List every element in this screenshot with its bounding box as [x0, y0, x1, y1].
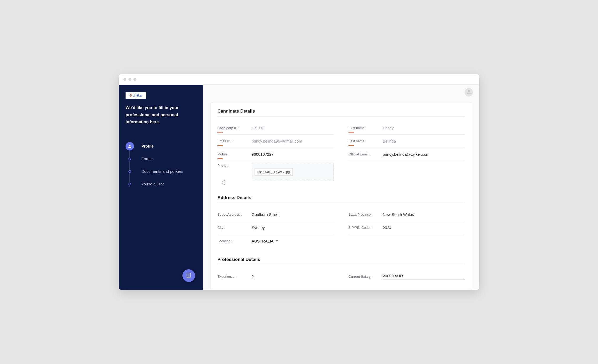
experience-input[interactable] — [252, 274, 334, 279]
field-zip: ZIP/PIN Code : — [348, 221, 465, 234]
section-title-candidate: Candidate Details — [217, 106, 465, 117]
checklist-icon — [186, 272, 192, 279]
field-label: First name : — [348, 126, 383, 130]
brand-name: Zylker — [133, 93, 143, 98]
step-label: Profile — [141, 144, 154, 148]
email-id-value: princy.belinda96@gmail.com — [252, 139, 334, 143]
field-label: Experience : — [217, 275, 252, 279]
first-name-value: Princy — [383, 126, 465, 130]
section-title-professional: Professional Details — [217, 254, 465, 265]
field-official-email: Official Email : — [348, 148, 465, 161]
field-first-name: First name : Princy — [348, 122, 465, 135]
field-location: Location : AUSTRALIA — [217, 234, 334, 247]
step-dot-icon — [128, 158, 131, 160]
field-experience: Experience : — [217, 270, 334, 283]
street-input[interactable] — [252, 212, 334, 217]
city-input[interactable] — [252, 225, 334, 230]
avatar-icon — [466, 89, 472, 96]
field-label: Photo : — [217, 164, 252, 168]
field-candidate-id: Candidate ID : CND18 — [217, 122, 334, 135]
checklist-fab-button[interactable] — [182, 269, 195, 282]
chevron-down-icon — [276, 240, 278, 242]
window-close-icon[interactable] — [123, 78, 126, 81]
window-titlebar — [119, 74, 479, 85]
section-title-address: Address Details — [217, 193, 465, 203]
step-documents[interactable]: Documents and policies — [126, 165, 196, 178]
field-photo: Photo : user_0013_Layer 7.jpg i — [217, 161, 334, 186]
info-icon[interactable]: i — [222, 180, 226, 185]
field-label: Current Salary : — [348, 275, 383, 279]
field-mobile: Mobile : — [217, 148, 334, 161]
field-email-id: Email ID : princy.belinda96@gmail.com — [217, 135, 334, 148]
step-label: You're all set — [141, 182, 164, 186]
step-dot-icon — [128, 183, 131, 185]
candidate-grid: Candidate ID : CND18 First name : Princy… — [217, 122, 465, 186]
window-maximize-icon[interactable] — [133, 78, 136, 81]
field-label: Email ID : — [217, 139, 252, 143]
field-city: City : — [217, 221, 334, 234]
brand-logo-icon — [129, 94, 133, 97]
steps-nav: Profile Forms Documents and policies You… — [126, 140, 196, 190]
field-label: Official Email : — [348, 152, 383, 156]
brand-logo[interactable]: Zylker — [126, 92, 146, 99]
sidebar-intro: We'd like you to fill in your profession… — [126, 104, 196, 126]
field-label: Last name : — [348, 139, 383, 143]
svg-point-5 — [468, 90, 470, 92]
salary-input[interactable] — [383, 273, 465, 280]
address-grid: Street Address : State/Province : City :… — [217, 208, 465, 247]
zip-input[interactable] — [383, 225, 465, 230]
field-current-salary: Current Salary : — [348, 270, 465, 283]
field-label: Candidate ID : — [217, 126, 252, 130]
last-name-value: Belinda — [383, 139, 465, 143]
field-label: Location : — [217, 239, 252, 243]
empty-cell — [348, 234, 465, 247]
step-label: Forms — [141, 156, 153, 161]
svg-point-0 — [129, 145, 130, 146]
form-panel: Candidate Details Candidate ID : CND18 F… — [210, 103, 472, 290]
location-select[interactable]: AUSTRALIA — [252, 239, 334, 243]
field-label: Mobile : — [217, 152, 252, 156]
step-all-set[interactable]: You're all set — [126, 178, 196, 190]
location-value: AUSTRALIA — [252, 239, 273, 243]
app-window: Zylker We'd like you to fill in your pro… — [119, 74, 479, 290]
candidate-id-value: CND18 — [252, 126, 334, 130]
field-last-name: Last name : Belinda — [348, 135, 465, 148]
official-email-input[interactable] — [383, 151, 465, 157]
main-area: Candidate Details Candidate ID : CND18 F… — [203, 85, 479, 290]
person-icon — [126, 142, 134, 150]
mobile-input[interactable] — [252, 151, 334, 157]
topbar — [203, 85, 479, 100]
state-input[interactable] — [383, 212, 465, 217]
field-state: State/Province : — [348, 208, 465, 221]
field-label: Street Address : — [217, 213, 252, 216]
step-forms[interactable]: Forms — [126, 153, 196, 165]
photo-file-chip[interactable]: user_0013_Layer 7.jpg — [255, 168, 293, 176]
field-street-address: Street Address : — [217, 208, 334, 221]
professional-grid: Experience : Current Salary : — [217, 270, 465, 283]
field-label: City : — [217, 226, 252, 230]
field-label: ZIP/PIN Code : — [348, 226, 383, 230]
user-avatar[interactable] — [465, 88, 473, 97]
content-area: Zylker We'd like you to fill in your pro… — [119, 85, 479, 290]
sidebar: Zylker We'd like you to fill in your pro… — [119, 85, 203, 290]
step-label: Documents and policies — [141, 169, 183, 174]
step-profile[interactable]: Profile — [126, 140, 196, 153]
window-minimize-icon[interactable] — [128, 78, 131, 81]
empty-cell — [348, 161, 465, 186]
field-label: State/Province : — [348, 213, 383, 216]
step-dot-icon — [128, 170, 131, 173]
photo-upload-area[interactable]: user_0013_Layer 7.jpg — [252, 164, 334, 180]
